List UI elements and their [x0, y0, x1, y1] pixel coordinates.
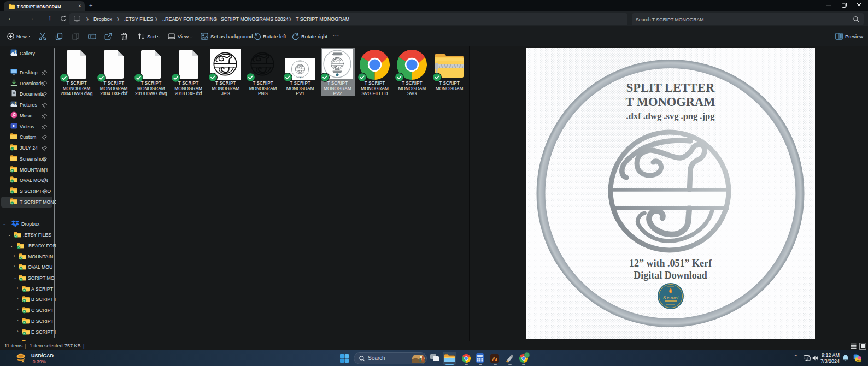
svg-text:Ai: Ai	[492, 356, 497, 362]
svg-text:PRO: PRO	[857, 359, 861, 362]
svg-text:Kismet: Kismet	[662, 294, 679, 300]
